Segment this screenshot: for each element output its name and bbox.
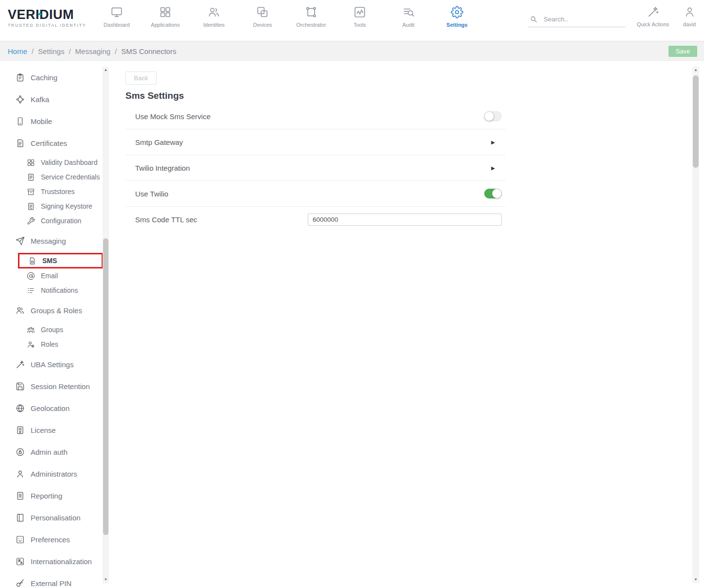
row-label: Use Twilio (135, 190, 168, 198)
sidebar-item-kafka[interactable]: Kafka (0, 89, 109, 110)
save-button[interactable]: Save (669, 46, 697, 57)
sidebar-item-label: Service Credentials (41, 173, 100, 181)
scroll-down-arrow-icon[interactable]: ▼ (103, 576, 109, 583)
person-icon (16, 469, 25, 479)
book-icon (16, 513, 25, 522)
sidebar-item-truststores[interactable]: Truststores (18, 184, 103, 199)
sidebar-item-groups-roles[interactable]: Groups & Roles (0, 300, 109, 321)
scroll-up-arrow-icon[interactable]: ▲ (103, 67, 109, 73)
breadcrumb-item-settings[interactable]: Settings (38, 47, 64, 55)
sidebar-item-preferences[interactable]: Preferences (0, 529, 109, 551)
quick-actions-button[interactable]: Quick Actions (634, 6, 672, 27)
nav-item-identities[interactable]: Identities (190, 6, 238, 28)
expand-arrow-icon[interactable]: ▶ (491, 140, 495, 145)
sidebar-item-reporting[interactable]: Reporting (0, 485, 109, 507)
sidebar-item-label: Preferences (31, 535, 70, 544)
nav-item-audit[interactable]: Audit (384, 6, 433, 28)
sidebar-item-notifications[interactable]: Notifications (18, 283, 103, 298)
face-card-icon (16, 535, 25, 544)
nav-label: Tools (353, 22, 366, 28)
sidebar-item-label: Reporting (31, 492, 62, 500)
sidebar-item-admin-auth[interactable]: Admin auth (0, 441, 109, 463)
nav-item-orchestrator[interactable]: Orchestrator (287, 6, 335, 28)
sidebar-item-label: Roles (41, 340, 58, 348)
search-input[interactable] (544, 16, 621, 23)
veridium-logo[interactable]: VERIDIUM TRUSTED DIGITAL IDENTITY (8, 7, 86, 28)
people-icon (16, 306, 25, 315)
sidebar-item-label: Kafka (31, 95, 49, 104)
doc-report-icon (16, 491, 25, 500)
main-scroll-thumb[interactable] (693, 75, 699, 168)
sidebar-item-label: SMS (42, 257, 57, 265)
sidebar-item-mobile[interactable]: Mobile (0, 110, 109, 132)
expand-arrow-icon[interactable]: ▶ (491, 165, 495, 171)
nav-item-settings[interactable]: Settings (433, 6, 481, 28)
sidebar-item-personalisation[interactable]: Personalisation (0, 507, 109, 529)
sms-code-ttl-sec-input[interactable] (308, 214, 502, 226)
sidebar-item-certificates[interactable]: Certificates (0, 132, 109, 154)
logo-text: VERIDIUM (8, 7, 86, 22)
back-button[interactable]: Back (125, 71, 157, 85)
use-twilio-toggle[interactable] (484, 189, 502, 198)
scroll-up-arrow-icon[interactable]: ▲ (692, 67, 699, 73)
sidebar-item-configuration[interactable]: Configuration (18, 214, 103, 228)
settings-row-twilio-integration: Twilio Integration▶ (125, 155, 506, 181)
breadcrumb-item-messaging[interactable]: Messaging (75, 47, 111, 55)
user-icon (684, 6, 696, 18)
sidebar-item-label: Validity Dashboard (41, 159, 97, 166)
sidebar-item-administrators[interactable]: Administrators (0, 463, 109, 485)
breadcrumb-item-home[interactable]: Home (8, 47, 27, 55)
sidebar-item-service-credentials[interactable]: Service Credentials (18, 170, 103, 184)
devices-icon (256, 6, 269, 18)
row-label: Sms Code TTL sec (135, 215, 197, 224)
row-label: Use Mock Sms Service (135, 112, 211, 121)
activity-icon (353, 6, 366, 18)
user-menu[interactable]: david (677, 6, 702, 27)
main-scrollbar[interactable]: ▲ ▼ (692, 67, 699, 583)
archive-icon (27, 188, 35, 196)
breadcrumb-item-sms-connectors: SMS Connectors (121, 47, 176, 55)
nav-item-applications[interactable]: Applications (141, 6, 190, 28)
sidebar-item-signing-keystore[interactable]: Signing Keystore (18, 199, 103, 214)
sidebar-item-label: Certificates (31, 139, 67, 147)
toggle-knob (484, 111, 494, 121)
settings-row-use-twilio: Use Twilio (125, 181, 506, 207)
sidebar-item-label: Groups (41, 326, 63, 334)
nav-item-devices[interactable]: Devices (238, 6, 287, 28)
sidebar-item-geolocation[interactable]: Geolocation (0, 397, 109, 419)
logo-accent-icon (38, 12, 42, 15)
sidebar-item-license[interactable]: License (0, 419, 109, 441)
sidebar-item-email[interactable]: Email (18, 268, 103, 283)
paper-plane-icon (16, 236, 25, 246)
nav-item-tools[interactable]: Tools (335, 6, 384, 28)
breadcrumb-separator: / (110, 47, 121, 55)
row-label: Smtp Gateway (135, 138, 183, 146)
search-icon (529, 15, 538, 23)
use-mock-sms-service-toggle[interactable] (484, 111, 502, 121)
sidebar-item-internationalization[interactable]: Internationalization (0, 551, 109, 572)
breadcrumb-separator: / (64, 47, 75, 55)
sidebar-item-external-pin[interactable]: External PIN (0, 572, 109, 588)
sidebar-item-sms[interactable]: SMS (18, 253, 103, 268)
sidebar-item-caching[interactable]: Caching (0, 67, 109, 89)
scroll-down-arrow-icon[interactable]: ▼ (692, 576, 699, 583)
sidebar-scroll-thumb[interactable] (103, 238, 108, 535)
orchestrator-icon (305, 6, 317, 18)
sidebar-item-label: Signing Keystore (41, 202, 92, 210)
sidebar-scrollbar[interactable]: ▲ ▼ (103, 67, 109, 583)
sidebar-item-uba-settings[interactable]: UBA Settings (0, 354, 109, 375)
people-group-icon (27, 326, 35, 334)
sidebar-item-validity-dashboard[interactable]: Validity Dashboard (18, 155, 103, 170)
sidebar-item-roles[interactable]: Roles (18, 337, 103, 352)
doc-lines-icon (27, 173, 35, 181)
sidebar-item-groups[interactable]: Groups (18, 322, 103, 337)
settings-row-use-mock-sms-service: Use Mock Sms Service (125, 104, 506, 129)
wand-icon (16, 360, 25, 369)
sidebar-item-messaging[interactable]: Messaging (0, 230, 109, 252)
sidebar-item-label: Internationalization (31, 557, 92, 566)
sidebar-item-session-retention[interactable]: Session Retention (0, 375, 109, 397)
nav-label: Settings (446, 22, 467, 28)
globe-lang-icon (16, 557, 25, 566)
nav-item-dashboard[interactable]: Dashboard (92, 6, 141, 28)
sidebar-item-label: Email (41, 272, 58, 280)
